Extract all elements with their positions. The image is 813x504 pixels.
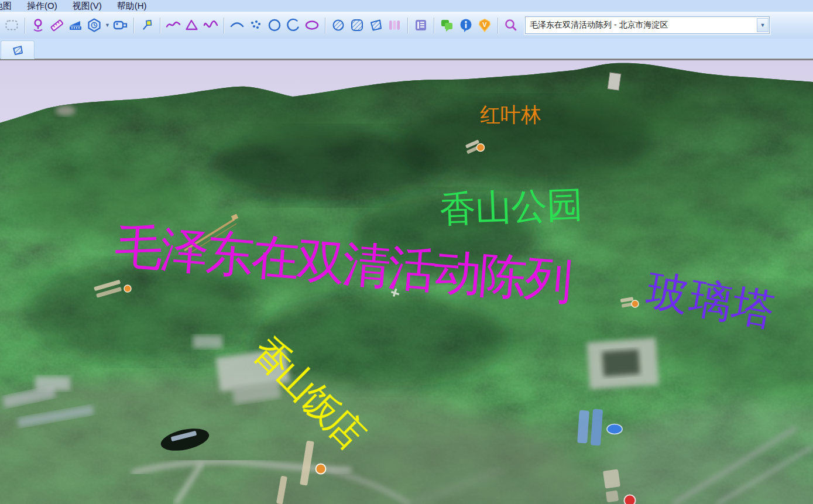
pushpin-icon — [139, 18, 155, 33]
ellipse-icon — [304, 18, 320, 33]
arc-segment-button[interactable] — [284, 15, 302, 35]
placemark-icon — [30, 18, 46, 33]
panel-tab-strip — [0, 39, 813, 59]
buffer-bars-button[interactable] — [386, 15, 403, 35]
search-dropdown-button[interactable]: ▼ — [757, 18, 769, 32]
toolbar-separator — [224, 18, 224, 33]
menu-view[interactable]: 视图(V) — [65, 0, 109, 12]
toolbar-separator — [498, 18, 498, 33]
slope-measure-icon — [68, 18, 83, 33]
toolbar-separator — [407, 18, 408, 33]
rock-outcrop — [56, 105, 76, 116]
search-input[interactable] — [526, 18, 757, 32]
scene-3d-button[interactable] — [85, 15, 103, 35]
placemark-button[interactable] — [29, 15, 47, 35]
marquee-select-button[interactable] — [3, 15, 20, 35]
search-button[interactable] — [502, 15, 520, 35]
hatched-circle-button[interactable] — [330, 15, 347, 35]
arc-segment-icon — [286, 18, 301, 33]
info-icon — [458, 18, 474, 33]
feedback-icon — [440, 18, 455, 33]
info-button[interactable] — [457, 15, 475, 35]
ruler-button[interactable] — [48, 15, 66, 35]
ruler-icon — [49, 18, 64, 33]
map-3d-viewport[interactable]: 红叶林 香山公园 毛泽东在双清活动陈列 玻璃塔 香山饭店 — [0, 60, 813, 504]
circle-icon — [267, 18, 282, 33]
toolbar: ▼ — [0, 12, 813, 39]
menu-operate[interactable]: 操作(O) — [19, 0, 65, 12]
vip-badge-icon: V — [477, 18, 492, 33]
feedback-button[interactable] — [438, 15, 456, 35]
toolbar-separator — [133, 18, 134, 33]
toolbar-separator — [434, 18, 434, 33]
marquee-select-icon — [4, 18, 19, 33]
circle-button[interactable] — [266, 15, 283, 35]
curve-button[interactable] — [202, 15, 219, 35]
buffer-bars-icon — [387, 18, 402, 33]
pushpin-button[interactable] — [138, 15, 156, 35]
vip-badge-button[interactable]: V — [476, 15, 493, 35]
polyline-icon — [165, 18, 181, 33]
hatched-rect-button[interactable] — [348, 15, 366, 35]
triangle-icon — [184, 18, 200, 33]
curve-icon — [203, 18, 219, 33]
toolbar-separator — [160, 18, 160, 33]
slope-measure-button[interactable] — [67, 15, 84, 35]
scene-3d-icon — [87, 18, 102, 33]
ridge-structure — [608, 73, 621, 90]
map-label-xiangshan-park[interactable]: 香山公园 — [439, 186, 583, 227]
polyline-button[interactable] — [164, 15, 182, 35]
search-combobox: ▼ — [525, 16, 770, 34]
attribute-table-button[interactable] — [412, 15, 430, 35]
toolbar-separator — [25, 18, 25, 33]
toolbar-separator — [325, 18, 325, 33]
layer-panel-tab[interactable] — [1, 40, 35, 59]
triangle-button[interactable] — [183, 15, 201, 35]
hatched-rect-icon — [349, 18, 365, 33]
hatched-polygon-icon — [368, 18, 383, 33]
arc-icon — [229, 18, 245, 33]
record-camera-button[interactable] — [112, 15, 129, 35]
hatched-polygon-tab-icon — [11, 44, 24, 57]
menu-help[interactable]: 帮助(H) — [109, 0, 155, 12]
scene-3d-dropdown-button[interactable]: ▼ — [104, 15, 111, 35]
hatched-circle-icon — [331, 18, 346, 33]
hatched-polygon-button[interactable] — [367, 15, 385, 35]
svg-text:V: V — [482, 21, 487, 28]
multi-point-icon — [248, 18, 263, 33]
attribute-table-icon — [413, 18, 428, 33]
arc-button[interactable] — [228, 15, 246, 35]
record-camera-icon — [112, 18, 129, 33]
menu-bar: 地图 操作(O) 视图(V) 帮助(H) — [0, 0, 813, 12]
search-icon — [503, 18, 519, 33]
map-label-hongyelin[interactable]: 红叶林 — [480, 105, 541, 125]
ellipse-button[interactable] — [303, 15, 321, 35]
application-window: 地图 操作(O) 视图(V) 帮助(H) — [0, 0, 813, 504]
menu-map[interactable]: 地图 — [0, 0, 19, 12]
multi-point-button[interactable] — [247, 15, 265, 35]
